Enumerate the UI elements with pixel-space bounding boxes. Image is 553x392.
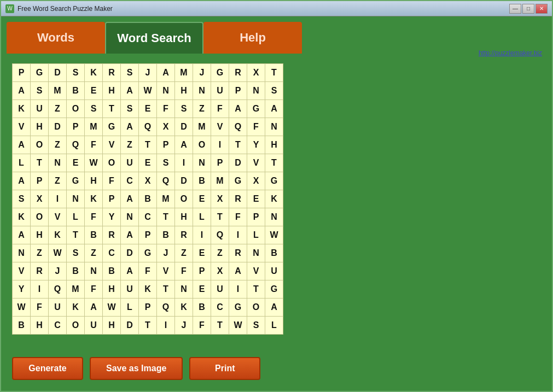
grid-cell: A — [229, 100, 247, 118]
grid-cell: G — [31, 64, 49, 82]
grid-cell: L — [247, 226, 265, 244]
grid-cell: P — [247, 208, 265, 226]
grid-cell: S — [67, 64, 85, 82]
grid-cell: V — [13, 262, 31, 280]
grid-cell: T — [211, 317, 229, 335]
grid-cell: P — [157, 136, 175, 154]
grid-cell: T — [139, 317, 157, 335]
grid-cell: M — [67, 280, 85, 299]
grid-cell: A — [13, 136, 31, 154]
grid-cell: O — [247, 299, 265, 317]
grid-cell: H — [31, 118, 49, 136]
main-window: W Free Word Search Puzzle Maker — □ ✕ Wo… — [0, 0, 553, 392]
grid-cell: R — [175, 226, 193, 244]
grid-cell: B — [265, 244, 283, 262]
grid-cell: G — [265, 172, 283, 190]
print-button[interactable]: Print — [189, 357, 260, 380]
grid-cell: P — [139, 299, 157, 317]
grid-cell: I — [175, 154, 193, 172]
grid-cell: I — [157, 317, 175, 335]
grid-cell: A — [13, 82, 31, 100]
grid-cell: N — [265, 208, 283, 226]
grid-cell: F — [31, 299, 49, 317]
tab-wordsearch[interactable]: Word Search — [105, 22, 203, 54]
grid-cell: V — [157, 262, 175, 280]
grid-cell: N — [85, 262, 103, 280]
grid-cell: Q — [157, 299, 175, 317]
grid-cell: V — [49, 208, 67, 226]
grid-cell: U — [121, 280, 139, 299]
grid-cell: P — [193, 262, 211, 280]
grid-cell: H — [31, 226, 49, 244]
grid-cell: C — [211, 299, 229, 317]
grid-cell: W — [49, 244, 67, 262]
grid-cell: X — [211, 190, 229, 208]
grid-cell: F — [103, 172, 121, 190]
grid-cell: G — [103, 118, 121, 136]
grid-cell: I — [211, 136, 229, 154]
grid-cell: E — [193, 190, 211, 208]
grid-cell: T — [157, 208, 175, 226]
titlebar: W Free Word Search Puzzle Maker — □ ✕ — [1, 1, 552, 16]
grid-cell: O — [67, 317, 85, 335]
tab-help[interactable]: Help — [203, 22, 302, 54]
window-title: Free Word Search Puzzle Maker — [18, 5, 506, 13]
maximize-button[interactable]: □ — [522, 4, 534, 14]
grid-cell: H — [103, 317, 121, 335]
grid-cell: T — [67, 226, 85, 244]
grid-cell: M — [157, 190, 175, 208]
grid-cell: B — [85, 226, 103, 244]
close-button[interactable]: ✕ — [535, 4, 548, 14]
grid-cell: E — [193, 244, 211, 262]
grid-cell: M — [49, 82, 67, 100]
grid-cell: Q — [157, 172, 175, 190]
grid-cell: L — [193, 208, 211, 226]
grid-cell: N — [13, 244, 31, 262]
save-as-image-button[interactable]: Save as Image — [90, 357, 183, 380]
grid-cell: I — [49, 190, 67, 208]
grid-cell: V — [247, 154, 265, 172]
word-search-grid: PGDSKRSJAMJGRXTASMBEHAWNHNUPNSKUZOSTSEFS… — [12, 63, 283, 335]
grid-cell: P — [13, 64, 31, 82]
grid-cell: C — [121, 172, 139, 190]
grid-cell: X — [157, 118, 175, 136]
grid-cell: Z — [49, 136, 67, 154]
content-area: Words Word Search Help http://puzzlemake… — [1, 16, 552, 391]
grid-cell: U — [85, 317, 103, 335]
grid-cell: R — [103, 64, 121, 82]
grid-cell: J — [193, 64, 211, 82]
grid-cell: W — [139, 82, 157, 100]
grid-cell: B — [157, 226, 175, 244]
minimize-button[interactable]: — — [509, 4, 521, 14]
grid-cell: O — [31, 208, 49, 226]
grid-cell: O — [31, 136, 49, 154]
grid-cell: L — [67, 208, 85, 226]
grid-cell: U — [31, 100, 49, 118]
grid-cell: A — [121, 82, 139, 100]
grid-cell: Q — [139, 118, 157, 136]
window-controls: — □ ✕ — [509, 4, 548, 14]
grid-cell: E — [67, 154, 85, 172]
grid-cell: D — [175, 118, 193, 136]
grid-cell: K — [67, 299, 85, 317]
grid-cell: C — [49, 317, 67, 335]
grid-cell: Y — [13, 280, 31, 299]
grid-cell: F — [193, 317, 211, 335]
grid-cell: S — [31, 82, 49, 100]
grid-cell: M — [175, 64, 193, 82]
grid-cell: S — [121, 100, 139, 118]
grid-cell: D — [175, 172, 193, 190]
generate-button[interactable]: Generate — [12, 357, 83, 380]
tab-words[interactable]: Words — [7, 22, 105, 54]
grid-cell: X — [247, 64, 265, 82]
grid-cell: O — [67, 100, 85, 118]
grid-cell: D — [121, 244, 139, 262]
grid-cell: N — [49, 154, 67, 172]
website-link[interactable]: http://puzzlemaker.biz — [479, 49, 542, 57]
grid-cell: F — [211, 100, 229, 118]
grid-cell: K — [175, 299, 193, 317]
grid-cell: A — [121, 226, 139, 244]
grid-cell: K — [49, 226, 67, 244]
grid-cell: N — [247, 244, 265, 262]
grid-cell: F — [229, 208, 247, 226]
